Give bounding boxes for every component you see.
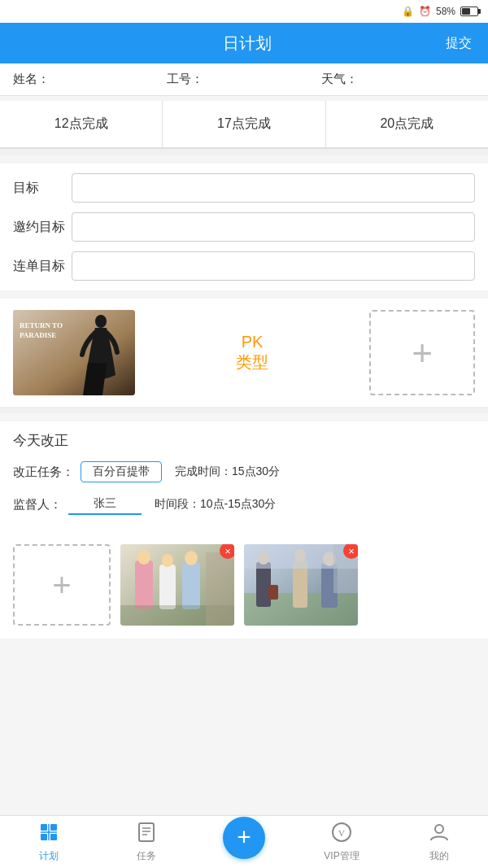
svg-rect-12 [206, 552, 234, 626]
page-title: 日计划 [49, 33, 446, 55]
svg-text:PARADISE: PARADISE [20, 331, 56, 339]
bottom-nav: 计划 任务 + V VIP管理 [0, 815, 488, 868]
photo-close-2[interactable]: × [343, 544, 358, 559]
time-value: 15点30分 [232, 465, 280, 478]
goal-row-2: 邀约目标 [13, 212, 475, 242]
add-center-button[interactable]: + [223, 817, 265, 859]
correction-task-input[interactable] [81, 461, 162, 482]
svg-rect-26 [41, 834, 47, 840]
goal-row-3: 连单目标 [13, 251, 475, 281]
tab-12[interactable]: 12点完成 [0, 101, 163, 147]
svg-text:RETURN TO: RETURN TO [20, 321, 63, 329]
svg-rect-15 [256, 562, 271, 607]
image-row: + × [0, 536, 488, 639]
task-icon [135, 821, 158, 847]
goal-row-1: 目标 [13, 173, 475, 203]
add-center-icon: + [237, 825, 251, 849]
goal-label-2: 邀约目标 [13, 219, 72, 236]
correction-row-supervisor: 监督人： 时间段：10点-15点30分 [13, 494, 475, 515]
svg-rect-27 [50, 834, 57, 840]
goal-label-1: 目标 [13, 180, 72, 197]
add-photo-button[interactable]: + [13, 544, 111, 626]
svg-point-8 [162, 554, 173, 567]
correction-row-task: 改正任务： 完成时间：15点30分 [13, 461, 475, 482]
bottom-spacer [0, 639, 488, 700]
svg-rect-17 [268, 585, 278, 600]
svg-rect-24 [41, 824, 47, 831]
svg-point-6 [137, 550, 150, 565]
svg-rect-5 [135, 560, 153, 609]
goal-input-1[interactable] [72, 173, 475, 203]
period-label: 时间段： [155, 497, 200, 510]
svg-rect-30 [139, 823, 154, 841]
alarm-icon: ⏰ [419, 6, 431, 17]
svg-rect-7 [159, 565, 176, 609]
svg-rect-25 [50, 824, 57, 831]
time-label: 完成时间： [175, 465, 232, 478]
svg-point-10 [185, 551, 198, 565]
me-icon [428, 821, 451, 847]
time-tabs: 12点完成 17点完成 20点完成 [0, 101, 488, 149]
photo-close-1[interactable]: × [220, 544, 234, 559]
lock-icon: 🔒 [402, 6, 414, 17]
nav-label-me: 我的 [429, 849, 449, 863]
photo-thumb-1: × [120, 544, 234, 626]
svg-point-3 [95, 315, 107, 328]
weather-field: 天气： [321, 72, 475, 87]
nav-label-vip: VIP管理 [324, 849, 359, 863]
correction-task-label: 改正任务： [13, 465, 74, 480]
correction-time-label: 完成时间：15点30分 [175, 465, 280, 479]
tab-20[interactable]: 20点完成 [326, 101, 488, 147]
close-icon-2: × [348, 545, 355, 557]
period-value: 10点-15点30分 [200, 497, 276, 510]
status-bar: 🔒 ⏰ 58% [0, 0, 488, 23]
pk-section: RETURN TO PARADISE PK 类型 + [0, 299, 488, 407]
correction-title: 今天改正 [13, 431, 475, 450]
correction-supervisor-input[interactable] [68, 494, 142, 515]
nav-item-vip[interactable]: V VIP管理 [293, 816, 390, 868]
pk-label: PK 类型 [148, 333, 356, 373]
pk-fashion-image: RETURN TO PARADISE [13, 310, 135, 395]
nav-label-task: 任务 [137, 849, 156, 863]
name-field: 姓名： [13, 72, 167, 87]
goal-section: 目标 邀约目标 连单目标 [0, 164, 488, 290]
tab-17[interactable]: 17点完成 [163, 101, 325, 147]
nav-item-task[interactable]: 任务 [98, 816, 195, 868]
photo-thumb-2: × [244, 544, 358, 626]
svg-text:V: V [338, 828, 345, 838]
info-row: 姓名： 工号： 天气： [0, 63, 488, 96]
pk-plus-icon: + [412, 335, 433, 371]
goal-label-3: 连单目标 [13, 258, 72, 275]
battery-icon [460, 7, 478, 16]
correction-section: 今天改正 改正任务： 完成时间：15点30分 监督人： 时间段：10点-15点3… [0, 421, 488, 536]
correction-period-label: 时间段：10点-15点30分 [155, 497, 276, 512]
battery-percent: 58% [436, 6, 455, 17]
goal-input-3[interactable] [72, 251, 475, 281]
goal-input-2[interactable] [72, 212, 475, 242]
nav-item-plan[interactable]: 计划 [0, 816, 98, 868]
divider-1 [0, 149, 488, 155]
nav-item-me[interactable]: 我的 [390, 816, 488, 868]
nav-label-plan: 计划 [39, 849, 59, 863]
close-icon-1: × [224, 545, 231, 557]
plan-icon [37, 821, 60, 847]
submit-button[interactable]: 提交 [446, 35, 472, 52]
svg-rect-9 [182, 562, 200, 609]
divider-2 [0, 407, 488, 413]
app-header: 日计划 提交 [0, 23, 488, 63]
nav-item-add[interactable]: + [195, 812, 293, 868]
work-id-field: 工号： [167, 72, 320, 87]
pk-text-line1: PK [148, 333, 356, 351]
pk-add-button[interactable]: + [369, 310, 475, 395]
pk-text-line2: 类型 [148, 351, 356, 373]
correction-supervisor-label: 监督人： [13, 497, 62, 513]
vip-icon: V [330, 821, 353, 847]
svg-point-36 [435, 825, 443, 833]
add-photo-icon: + [52, 567, 71, 604]
